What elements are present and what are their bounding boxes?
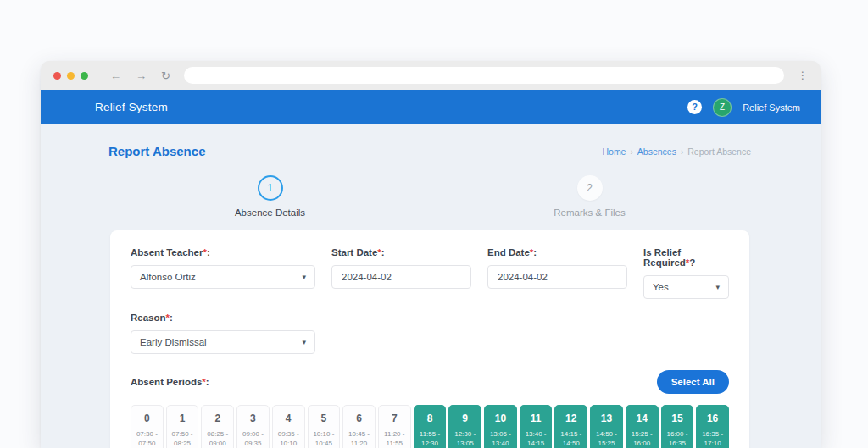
period-button-3[interactable]: 309:00 - 09:35 <box>236 405 270 448</box>
period-time: 13:05 - 13:40 <box>486 429 515 448</box>
period-number: 3 <box>238 412 268 424</box>
period-time: 11:20 - 11:55 <box>380 429 409 448</box>
period-button-12[interactable]: 1214:15 - 14:50 <box>554 405 587 448</box>
period-number: 7 <box>380 412 409 424</box>
reason-select[interactable]: Early Dismissal ▾ <box>131 330 315 354</box>
breadcrumb-item[interactable]: Absences <box>637 147 676 157</box>
stepper: 1 Absence Details 2 Remarks & Files <box>110 175 749 218</box>
app-header: Relief System ? Z Relief System <box>41 90 821 124</box>
absence-form-card: Absent Teacher*: Alfonso Ortiz ▾ Start D… <box>110 230 749 448</box>
start-date-label: Start Date*: <box>331 247 471 257</box>
period-number: 5 <box>309 412 339 424</box>
start-date-input[interactable] <box>331 265 471 289</box>
period-time: 13:40 - 14:15 <box>521 429 551 448</box>
period-button-0[interactable]: 007:30 - 07:50 <box>131 405 164 448</box>
period-time: 14:50 - 15:25 <box>592 429 621 448</box>
address-bar[interactable] <box>184 67 784 84</box>
reload-icon[interactable]: ↻ <box>161 70 170 81</box>
period-time: 12:30 - 13:05 <box>450 429 480 448</box>
avatar[interactable]: Z <box>713 98 732 117</box>
period-button-6[interactable]: 610:45 - 11:20 <box>342 405 376 448</box>
window-close-button[interactable] <box>53 72 61 80</box>
select-all-button[interactable]: Select All <box>657 370 729 394</box>
reason-label: Reason*: <box>131 312 729 323</box>
browser-toolbar: ← → ↻ ⋮ <box>41 61 821 90</box>
period-number: 8 <box>415 412 445 424</box>
end-date-input[interactable] <box>487 265 627 289</box>
page-head: Report Absence Home›Absences›Report Abse… <box>41 144 821 158</box>
back-icon[interactable]: ← <box>110 70 121 81</box>
absent-teacher-select[interactable]: Alfonso Ortiz ▾ <box>131 265 315 289</box>
app-brand[interactable]: Relief System <box>95 101 168 113</box>
window-minimize-button[interactable] <box>67 72 75 80</box>
period-time: 16:00 - 16:35 <box>663 429 693 448</box>
period-time: 09:00 - 09:35 <box>238 429 268 448</box>
period-time: 16:35 - 17:10 <box>698 429 727 448</box>
period-number: 13 <box>592 412 621 424</box>
relief-required-select[interactable]: Yes ▾ <box>643 275 729 299</box>
breadcrumb-separator: › <box>681 147 683 157</box>
browser-menu-icon[interactable]: ⋮ <box>798 69 808 81</box>
period-button-10[interactable]: 1013:05 - 13:40 <box>484 405 517 448</box>
step-remarks-files[interactable]: 2 Remarks & Files <box>430 175 749 218</box>
absent-teacher-field: Absent Teacher*: Alfonso Ortiz ▾ <box>131 247 315 299</box>
period-button-7[interactable]: 711:20 - 11:55 <box>378 405 411 448</box>
end-date-field: End Date*: <box>487 247 627 299</box>
period-number: 2 <box>203 412 232 424</box>
step-1-circle: 1 <box>258 175 283 201</box>
relief-required-label: Is Relief Required*? <box>643 247 729 268</box>
period-button-1[interactable]: 107:50 - 08:25 <box>166 405 199 448</box>
period-grid: 007:30 - 07:50107:50 - 08:25208:25 - 09:… <box>131 405 729 448</box>
reason-field: Reason*: Early Dismissal ▾ <box>131 312 729 354</box>
period-time: 09:35 - 10:10 <box>274 429 303 448</box>
breadcrumb-item[interactable]: Home <box>602 147 626 157</box>
period-number: 15 <box>663 412 693 424</box>
period-number: 10 <box>486 412 515 424</box>
forward-icon[interactable]: → <box>136 70 147 81</box>
help-icon[interactable]: ? <box>687 100 702 114</box>
period-button-9[interactable]: 912:30 - 13:05 <box>448 405 481 448</box>
period-time: 15:25 - 16:00 <box>627 429 657 448</box>
form-row-1: Absent Teacher*: Alfonso Ortiz ▾ Start D… <box>131 247 729 299</box>
period-button-5[interactable]: 510:10 - 10:45 <box>308 405 341 448</box>
period-button-11[interactable]: 1113:40 - 14:15 <box>520 405 553 448</box>
user-name[interactable]: Relief System <box>743 102 800 113</box>
breadcrumb: Home›Absences›Report Absence <box>602 147 751 157</box>
step-1-label: Absence Details <box>235 207 305 218</box>
period-number: 6 <box>344 412 374 424</box>
period-button-2[interactable]: 208:25 - 09:00 <box>201 405 234 448</box>
start-date-field: Start Date*: <box>331 247 471 299</box>
period-time: 07:50 - 08:25 <box>168 429 198 448</box>
period-number: 11 <box>521 412 551 424</box>
period-time: 07:30 - 07:50 <box>132 429 162 448</box>
window-maximize-button[interactable] <box>81 72 88 80</box>
step-absence-details[interactable]: 1 Absence Details <box>110 175 430 218</box>
period-number: 4 <box>274 412 303 424</box>
relief-required-value: Yes <box>653 282 669 292</box>
window-controls <box>53 72 88 80</box>
step-2-circle: 2 <box>577 175 603 201</box>
period-button-8[interactable]: 811:55 - 12:30 <box>414 405 447 448</box>
header-right: ? Z Relief System <box>687 98 800 117</box>
period-number: 16 <box>698 412 727 424</box>
end-date-label: End Date*: <box>487 247 627 257</box>
chevron-down-icon: ▾ <box>715 283 720 291</box>
page-title: Report Absence <box>108 144 205 158</box>
period-button-13[interactable]: 1314:50 - 15:25 <box>590 405 623 448</box>
period-button-16[interactable]: 1616:35 - 17:10 <box>696 405 729 448</box>
form-row-2: Reason*: Early Dismissal ▾ <box>131 312 729 354</box>
period-number: 12 <box>556 412 586 424</box>
relief-required-field: Is Relief Required*? Yes ▾ <box>643 247 729 299</box>
absent-teacher-label: Absent Teacher*: <box>131 247 315 257</box>
reason-value: Early Dismissal <box>140 337 207 347</box>
period-button-14[interactable]: 1415:25 - 16:00 <box>626 405 659 448</box>
period-number: 0 <box>132 412 162 424</box>
period-button-4[interactable]: 409:35 - 10:10 <box>272 405 305 448</box>
page-background: ← → ↻ ⋮ Relief System ? Z Relief System … <box>0 0 868 448</box>
chevron-down-icon: ▾ <box>302 338 306 346</box>
period-button-15[interactable]: 1516:00 - 16:35 <box>661 405 694 448</box>
page-content: Report Absence Home›Absences›Report Abse… <box>41 124 821 448</box>
period-number: 9 <box>450 412 480 424</box>
step-2-label: Remarks & Files <box>554 207 625 218</box>
browser-window: ← → ↻ ⋮ Relief System ? Z Relief System … <box>41 61 821 448</box>
